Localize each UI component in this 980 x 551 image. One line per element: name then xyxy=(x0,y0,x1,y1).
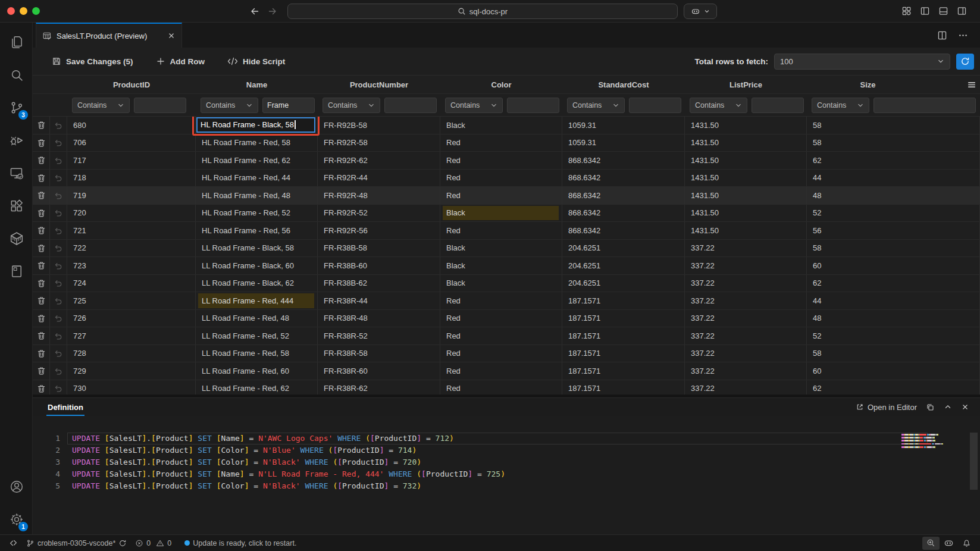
cell-color[interactable]: Black xyxy=(440,205,562,222)
cell-standardcost[interactable]: 187.1571 xyxy=(562,345,685,362)
cell-standardcost[interactable]: 868.6342 xyxy=(562,170,685,187)
cell-productnumber[interactable]: FR-R92R-56 xyxy=(318,222,440,239)
delete-row-button[interactable] xyxy=(33,327,50,345)
zoom-indicator[interactable] xyxy=(922,537,940,550)
filter-input-ProductID[interactable] xyxy=(134,98,186,113)
sql-script-editor[interactable]: 1UPDATE [SalesLT].[Product] SET [Name] =… xyxy=(33,416,980,534)
add-row-button[interactable]: Add Row xyxy=(156,57,205,66)
cell-size[interactable]: 58 xyxy=(807,240,980,257)
cell-name[interactable]: LL Road Frame - Red, 58 xyxy=(196,345,318,362)
close-window-button[interactable] xyxy=(7,7,15,15)
notifications-bell-icon[interactable] xyxy=(958,537,975,550)
cell-color[interactable]: Black xyxy=(440,240,562,257)
split-editor-icon[interactable] xyxy=(937,30,947,40)
cell-size[interactable]: 44 xyxy=(807,170,980,187)
tab-saleslt-product[interactable]: SalesLT.Product (Preview) xyxy=(36,23,182,48)
revert-row-button[interactable] xyxy=(50,205,67,222)
problems-status[interactable]: 0 0 xyxy=(131,537,176,550)
delete-row-button[interactable] xyxy=(33,117,50,134)
cell-name[interactable]: HL Road Frame - Red, 56 xyxy=(196,222,318,239)
revert-row-button[interactable] xyxy=(50,170,67,187)
cell-listprice[interactable]: 1431.50 xyxy=(685,152,807,169)
cell-standardcost[interactable]: 204.6251 xyxy=(562,257,685,274)
revert-row-button[interactable] xyxy=(50,380,67,395)
cell-size[interactable]: 48 xyxy=(807,310,980,327)
cell-size[interactable]: 48 xyxy=(807,187,980,204)
cell-productid[interactable]: 680 xyxy=(67,117,196,134)
panel-scrollbar[interactable] xyxy=(970,433,978,490)
cell-standardcost[interactable]: 1059.31 xyxy=(562,134,685,152)
cell-productid[interactable]: 729 xyxy=(67,362,196,380)
cell-productnumber[interactable]: FR-R38B-58 xyxy=(318,240,440,257)
cell-productid[interactable]: 727 xyxy=(67,327,196,345)
cell-standardcost[interactable]: 868.6342 xyxy=(562,152,685,169)
cell-productnumber[interactable]: FR-R38R-52 xyxy=(318,327,440,345)
cell-listprice[interactable]: 337.22 xyxy=(685,275,807,292)
delete-row-button[interactable] xyxy=(33,292,50,309)
cell-productid[interactable]: 722 xyxy=(67,240,196,257)
back-icon[interactable] xyxy=(250,7,259,16)
branch-status[interactable]: croblesm-0305-vscode* xyxy=(22,537,131,550)
cell-productnumber[interactable]: FR-R38B-60 xyxy=(318,257,440,274)
cell-listprice[interactable]: 337.22 xyxy=(685,345,807,362)
cell-size[interactable]: 58 xyxy=(807,117,980,134)
cell-name[interactable]: HL Road Frame - Red, 58 xyxy=(196,134,318,152)
activity-bar-item-search[interactable] xyxy=(0,58,33,91)
cell-productid[interactable]: 728 xyxy=(67,345,196,362)
cell-size[interactable]: 58 xyxy=(807,134,980,152)
cell-color[interactable]: Black xyxy=(440,117,562,134)
cell-size[interactable]: 62 xyxy=(807,380,980,395)
revert-row-button[interactable] xyxy=(50,327,67,345)
filter-input-StandardCost[interactable] xyxy=(629,98,681,113)
filter-operator-select-ProductNumber[interactable]: Contains xyxy=(323,98,380,113)
command-center-search[interactable]: sql-docs-pr xyxy=(287,4,678,19)
cell-color[interactable]: Red xyxy=(440,310,562,327)
cell-edit-input[interactable]: HL Road Frame - Black, 58 xyxy=(196,117,315,133)
cell-productid[interactable]: 725 xyxy=(67,292,196,309)
cell-listprice[interactable]: 337.22 xyxy=(685,310,807,327)
cell-productid[interactable]: 720 xyxy=(67,205,196,222)
cell-productid[interactable]: 730 xyxy=(67,380,196,395)
cell-name[interactable]: LL Road Frame - Red, 52 xyxy=(196,327,318,345)
revert-row-button[interactable] xyxy=(50,345,67,362)
cell-standardcost[interactable]: 187.1571 xyxy=(562,310,685,327)
copy-icon[interactable] xyxy=(926,403,935,412)
delete-row-button[interactable] xyxy=(33,170,50,187)
cell-listprice[interactable]: 1431.50 xyxy=(685,222,807,239)
revert-row-button[interactable] xyxy=(50,240,67,257)
delete-row-button[interactable] xyxy=(33,380,50,395)
cell-size[interactable]: 62 xyxy=(807,275,980,292)
save-changes-button[interactable]: Save Changes (5) xyxy=(52,57,133,66)
cell-productnumber[interactable]: FR-R92B-58 xyxy=(318,117,440,134)
filter-operator-select-Name[interactable]: Contains xyxy=(201,98,258,113)
activity-bar-item-containers[interactable] xyxy=(0,222,33,255)
open-in-editor-button[interactable]: Open in Editor xyxy=(856,403,917,412)
chevron-up-icon[interactable] xyxy=(944,403,952,411)
delete-row-button[interactable] xyxy=(33,205,50,222)
cell-color[interactable]: Red xyxy=(440,345,562,362)
delete-row-button[interactable] xyxy=(33,152,50,169)
cell-name[interactable]: HL Road Frame - Red, 52 xyxy=(196,205,318,222)
cell-productid[interactable]: 726 xyxy=(67,310,196,327)
cell-name[interactable]: LL Road Frame - Red, 444 xyxy=(196,292,318,309)
column-header-ProductNumber[interactable]: ProductNumber xyxy=(318,76,440,93)
activity-bar-item-source-control[interactable]: 3 xyxy=(0,91,33,124)
cell-listprice[interactable]: 337.22 xyxy=(685,327,807,345)
customize-layout-icon[interactable] xyxy=(901,6,912,16)
revert-row-button[interactable] xyxy=(50,134,67,152)
activity-bar-item-extensions[interactable] xyxy=(0,189,33,222)
column-header-ListPrice[interactable]: ListPrice xyxy=(685,76,807,93)
revert-row-button[interactable] xyxy=(50,362,67,380)
close-tab-icon[interactable] xyxy=(167,32,176,40)
cell-productnumber[interactable]: FR-R92R-58 xyxy=(318,134,440,152)
column-header-Size[interactable]: Size xyxy=(807,76,929,93)
filter-operator-select-ListPrice[interactable]: Contains xyxy=(690,98,747,113)
filter-input-ProductNumber[interactable] xyxy=(384,98,437,113)
cell-standardcost[interactable]: 187.1571 xyxy=(562,327,685,345)
cell-standardcost[interactable]: 868.6342 xyxy=(562,222,685,239)
cell-name[interactable]: LL Road Frame - Black, 62 xyxy=(196,275,318,292)
cell-productnumber[interactable]: FR-R38R-48 xyxy=(318,310,440,327)
filter-operator-select-Size[interactable]: Contains xyxy=(812,98,869,113)
column-header-ProductID[interactable]: ProductID xyxy=(67,76,196,93)
total-rows-select[interactable]: 100 xyxy=(774,54,950,70)
